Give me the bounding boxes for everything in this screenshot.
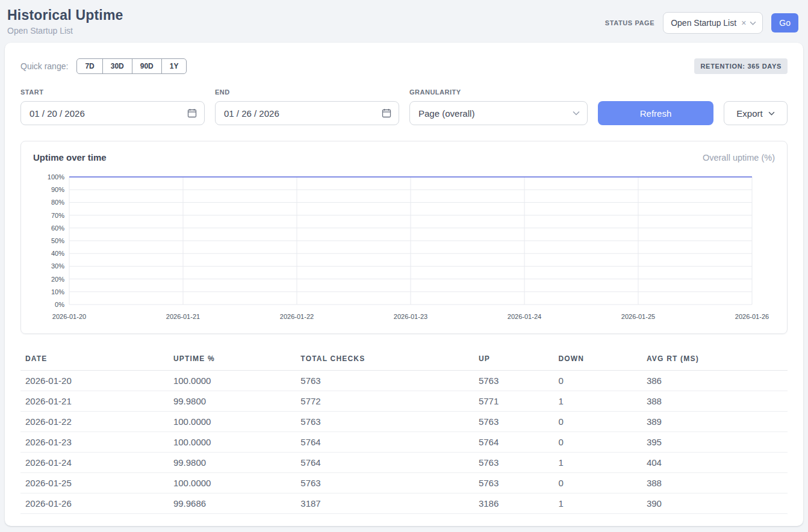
table-row: 2026-01-2699.9686318731861390 (20, 493, 788, 514)
status-page-label: STATUS PAGE (605, 19, 654, 26)
table-cell: 0 (553, 473, 642, 493)
end-date-field: END 01 / 26 / 2026 (215, 88, 399, 125)
quick-range-group: 7D30D90D1Y (76, 58, 187, 74)
y-axis-tick-label: 60% (51, 224, 64, 232)
title-block: Historical Uptime Open Startup List (7, 7, 123, 36)
table-cell: 5764 (296, 432, 474, 453)
table-cell: 2026-01-20 (20, 371, 169, 391)
table-cell: 5763 (296, 473, 474, 493)
page-subtitle: Open Startup List (7, 26, 123, 36)
start-date-value: 01 / 20 / 2026 (30, 108, 85, 119)
retention-badge: RETENTION: 365 DAYS (694, 58, 788, 74)
table-cell: 5763 (296, 371, 474, 391)
column-header: UP (474, 348, 553, 371)
x-axis-tick-label: 2026-01-26 (735, 313, 769, 320)
go-button[interactable]: Go (771, 13, 798, 32)
table-cell: 386 (642, 371, 788, 391)
table-cell: 0 (553, 412, 642, 432)
table-cell: 5763 (474, 371, 553, 391)
table-cell: 1 (553, 391, 642, 412)
y-axis-tick-label: 10% (51, 288, 64, 295)
x-axis-tick-label: 2026-01-22 (280, 313, 314, 320)
column-header: TOTAL CHECKS (296, 348, 474, 371)
table-row: 2026-01-23100.0000576457640395 (20, 432, 788, 453)
table-cell: 5771 (474, 391, 553, 412)
chart-header: Uptime over time Overall uptime (%) (33, 152, 775, 162)
quick-range-row: Quick range: 7D30D90D1Y RETENTION: 365 D… (20, 58, 788, 74)
table-cell: 3186 (474, 493, 553, 514)
table-cell: 2026-01-26 (20, 493, 169, 514)
granularity-label: GRANULARITY (409, 88, 588, 96)
x-axis-tick-label: 2026-01-21 (166, 313, 200, 320)
table-cell: 1 (553, 453, 642, 473)
start-date-field: START 01 / 20 / 2026 (20, 88, 205, 125)
table-cell: 0 (553, 371, 642, 391)
table-row: 2026-01-2499.9800576457631404 (20, 453, 788, 473)
table-cell: 5772 (296, 391, 474, 412)
y-axis-tick-label: 50% (51, 237, 64, 244)
y-axis-tick-label: 0% (55, 301, 64, 308)
export-label: Export (736, 108, 762, 119)
table-header: DATEUPTIME %TOTAL CHECKSUPDOWNAVG RT (MS… (20, 348, 788, 371)
refresh-button[interactable]: Refresh (598, 101, 713, 125)
clear-icon[interactable]: × (741, 18, 746, 28)
start-label: START (20, 88, 205, 96)
quick-range-1y-button[interactable]: 1Y (161, 58, 187, 74)
table-cell: 5763 (474, 412, 553, 432)
calendar-icon[interactable] (187, 108, 197, 118)
quick-range-30d-button[interactable]: 30D (102, 58, 132, 74)
start-date-input[interactable]: 01 / 20 / 2026 (20, 101, 205, 125)
chart-card: Uptime over time Overall uptime (%) 0%10… (20, 141, 788, 334)
quick-range-7d-button[interactable]: 7D (76, 58, 102, 74)
y-axis-tick-label: 90% (51, 186, 64, 193)
quick-range-90d-button[interactable]: 90D (132, 58, 162, 74)
status-page-select[interactable]: Open Startup List × (663, 12, 763, 34)
table-cell: 5763 (474, 453, 553, 473)
chart-title: Uptime over time (33, 152, 107, 162)
table-cell: 100.0000 (169, 432, 296, 453)
chart-legend: Overall uptime (%) (703, 153, 775, 162)
table-cell: 100.0000 (169, 473, 296, 493)
y-axis-tick-label: 80% (51, 199, 64, 206)
column-header: AVG RT (MS) (642, 348, 788, 371)
table-cell: 1 (553, 493, 642, 514)
chevron-down-icon (768, 111, 775, 116)
uptime-table: DATEUPTIME %TOTAL CHECKSUPDOWNAVG RT (MS… (20, 348, 788, 514)
table-cell: 388 (642, 391, 788, 412)
end-date-value: 01 / 26 / 2026 (224, 108, 279, 119)
table-cell: 99.9800 (169, 391, 296, 412)
table-cell: 388 (642, 473, 788, 493)
table-cell: 99.9686 (169, 493, 296, 514)
x-axis-tick-label: 2026-01-25 (621, 313, 655, 320)
chevron-down-icon (573, 111, 580, 116)
end-date-input[interactable]: 01 / 26 / 2026 (215, 101, 399, 125)
granularity-value: Page (overall) (418, 108, 474, 119)
main-card: Quick range: 7D30D90D1Y RETENTION: 365 D… (5, 43, 803, 526)
calendar-icon[interactable] (382, 108, 391, 118)
table-cell: 3187 (296, 493, 474, 514)
column-header: UPTIME % (169, 348, 296, 371)
export-button[interactable]: Export (724, 101, 788, 125)
table-cell: 404 (642, 453, 788, 473)
table-cell: 100.0000 (169, 371, 296, 391)
granularity-select[interactable]: Page (overall) (409, 101, 588, 125)
table-cell: 0 (553, 432, 642, 453)
column-header: DATE (20, 348, 169, 371)
table-cell: 395 (642, 432, 788, 453)
status-page-value: Open Startup List (671, 18, 736, 28)
table-cell: 2026-01-25 (20, 473, 169, 493)
y-axis-tick-label: 70% (51, 212, 64, 219)
table-cell: 100.0000 (169, 412, 296, 432)
table-cell: 5763 (474, 473, 553, 493)
fields-row: START 01 / 20 / 2026 END 01 / 26 / 2026 (20, 88, 788, 125)
table-cell: 390 (642, 493, 788, 514)
table-cell: 2026-01-23 (20, 432, 169, 453)
table-cell: 5763 (296, 412, 474, 432)
table-cell: 389 (642, 412, 788, 432)
table-cell: 2026-01-22 (20, 412, 169, 432)
page-header: Historical Uptime Open Startup List STAT… (0, 0, 808, 42)
table-cell: 5764 (474, 432, 553, 453)
table-body: 2026-01-20100.00005763576303862026-01-21… (20, 371, 788, 514)
y-axis-tick-label: 30% (51, 262, 64, 270)
y-axis-tick-label: 100% (48, 173, 64, 181)
